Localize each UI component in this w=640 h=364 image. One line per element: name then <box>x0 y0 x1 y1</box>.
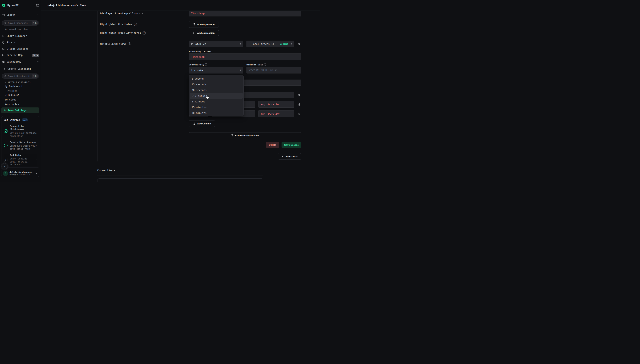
sidebar-item-label: Chart Explorer <box>7 34 39 37</box>
step-title: Add Data <box>10 154 21 156</box>
search-icon <box>4 22 7 24</box>
sidebar-item-client-sessions[interactable]: Client Sessions <box>2 46 39 52</box>
logo-row: HyperDX <box>2 2 39 8</box>
question-mark-icon: ? <box>4 165 5 168</box>
profile-email: dale@clickhouse.c… <box>10 174 34 176</box>
step-number: 3 <box>4 158 8 162</box>
create-dashboard-button[interactable]: Create Dashboard <box>2 66 39 72</box>
dropdown-option-15-seconds[interactable]: 15 seconds <box>190 82 243 87</box>
get-started-title: Get Started <box>4 118 20 122</box>
sidebar-item-chart-explorer[interactable]: Chart Explorer <box>2 33 39 38</box>
chevron-right-icon <box>35 172 37 174</box>
dropdown-option-30-seconds[interactable]: 30 seconds <box>190 87 243 93</box>
gear-icon <box>3 109 6 112</box>
bell-icon <box>2 41 5 44</box>
step-title: Connect to ClickHouse <box>10 125 24 131</box>
app-title: HyperDX <box>7 4 34 7</box>
dropdown-option-30-minutes[interactable]: 30 minutes <box>190 110 243 116</box>
presets-header[interactable]: PRESETS <box>2 89 39 93</box>
create-dashboard-label: Create Dashboard <box>8 68 39 70</box>
sidebar-item-label: Client Sessions <box>7 48 39 50</box>
sidebar-item-label: Dashboards <box>7 60 35 63</box>
delete-materialized-view-trash-icon[interactable] <box>297 42 302 46</box>
service-map-icon <box>2 54 5 57</box>
delete-column-trash-icon[interactable] <box>297 102 302 107</box>
sidebar-item-my-dashboard[interactable]: My Dashboard <box>2 84 39 88</box>
page-title: dale@clickhouse.com's Team <box>47 4 86 7</box>
get-started-step-connect[interactable]: Connect to ClickHouse Set up your databa… <box>4 124 37 138</box>
kbd-shortcut: ⌘ K <box>32 74 38 78</box>
mv-column-alias-input[interactable]: avg__Duration <box>258 101 294 108</box>
step-title: Create Data Sources <box>10 141 36 144</box>
step-subtitle: Configure where your data comes from <box>10 144 37 150</box>
schema-link[interactable]: Schema <box>280 42 288 45</box>
saved-dashboards-input[interactable]: Saved Dashboards ⌘ K <box>2 74 39 79</box>
step-subtitle: Start sending logs, metrics, or traces <box>10 157 32 166</box>
get-started-progress-badge: 2/3 <box>22 118 28 122</box>
topbar: dale@clickhouse.com's Team <box>41 0 320 11</box>
dropdown-option-5-minutes[interactable]: 5 minutes <box>190 99 243 104</box>
delete-column-trash-icon[interactable] <box>297 112 302 116</box>
sidebar-item-search[interactable]: Search <box>2 12 39 18</box>
saved-searches-placeholder: Saved Searches <box>8 22 30 24</box>
step-subtitle: Set up your database connection <box>10 132 37 138</box>
sidebar-item-label: Search <box>7 14 35 16</box>
sidebar-item-label: Service Map <box>7 54 30 56</box>
avatar: D <box>3 171 8 176</box>
chevron-down-icon <box>4 90 7 92</box>
arrow-right-icon <box>34 158 37 161</box>
get-started-step-sources[interactable]: Create Data Sources Configure where your… <box>4 141 37 150</box>
team-settings-label: Team Settings <box>8 109 27 112</box>
plus-icon <box>281 155 284 158</box>
saved-dashboards-placeholder: Saved Dashboards <box>8 75 30 78</box>
dropdown-option-1-second[interactable]: 1 second <box>190 76 243 82</box>
saved-dashboards-header[interactable]: SAVED DASHBOARDS <box>2 80 39 84</box>
no-saved-searches-text: No saved searches <box>2 28 39 31</box>
delete-source-button[interactable]: Delete <box>266 142 279 148</box>
chevron-up-icon[interactable] <box>35 119 37 121</box>
chevron-up-icon[interactable] <box>37 14 39 16</box>
search-icon <box>4 75 7 78</box>
help-button[interactable]: ? <box>2 163 8 169</box>
sidebar-item-dashboards[interactable]: Dashboards <box>2 59 39 64</box>
sidebar-item-alerts[interactable]: Alerts <box>2 40 39 45</box>
dropdown-option-1-minute[interactable]: 1 minute <box>190 93 243 99</box>
dropdown-option-15-minutes[interactable]: 15 minutes <box>190 104 243 110</box>
delete-column-trash-icon[interactable] <box>297 93 302 98</box>
user-profile-button[interactable]: D dale@clickhouse.… dale@clickhouse.c… <box>1 170 39 177</box>
connections-card <box>97 178 263 182</box>
connections-heading: Connections <box>97 169 115 172</box>
check-circle-icon <box>4 144 8 148</box>
granularity-dropdown: 1 second 15 seconds 30 seconds 1 minute … <box>189 75 244 116</box>
dashboards-icon <box>2 60 5 63</box>
check-circle-icon <box>4 129 8 133</box>
get-started-step-add-data[interactable]: 3 Add Data Start sending logs, metrics, … <box>4 154 37 166</box>
sidebar-item-services[interactable]: Services <box>2 98 39 101</box>
mv-column-alias-input[interactable]: max__Duration <box>258 110 294 117</box>
add-source-button[interactable]: Add source <box>278 153 301 160</box>
saved-searches-input[interactable]: Saved Searches ⌘ K <box>2 20 39 26</box>
get-started-panel: Get Started 2/3 Connect to ClickHouse Se… <box>1 116 39 168</box>
main-content: Displayed Timestamp Column ? Timestamp H… <box>41 0 320 182</box>
chevron-up-icon[interactable] <box>37 60 39 63</box>
kbd-shortcut: ⌘ K <box>32 21 38 25</box>
hyperdx-logo-icon <box>2 4 6 7</box>
sidebar-item-kubernetes[interactable]: Kubernetes <box>2 102 39 106</box>
select-chevrons-icon <box>290 42 292 45</box>
sidebar: HyperDX Search Saved Searches ⌘ K No sav… <box>0 0 41 182</box>
sidebar-item-clickhouse[interactable]: ClickHouse <box>2 93 39 97</box>
collapse-sidebar-icon[interactable] <box>36 4 39 7</box>
beta-badge: BETA <box>32 54 39 57</box>
sidebar-item-service-map[interactable]: Service Map BETA <box>2 52 39 58</box>
search-section-icon <box>2 14 5 16</box>
chart-explorer-icon <box>2 34 5 38</box>
sidebar-item-label: Alerts <box>7 41 39 44</box>
save-source-button[interactable]: Save Source <box>282 142 301 148</box>
mouse-cursor-hand <box>205 95 210 100</box>
chevron-down-icon <box>4 81 7 83</box>
profile-name: dale@clickhouse.… <box>10 171 34 174</box>
check-icon <box>191 94 194 97</box>
plus-icon <box>3 68 6 70</box>
sidebar-item-team-settings[interactable]: Team Settings <box>1 108 39 113</box>
info-circle-icon[interactable]: ? <box>264 63 266 66</box>
